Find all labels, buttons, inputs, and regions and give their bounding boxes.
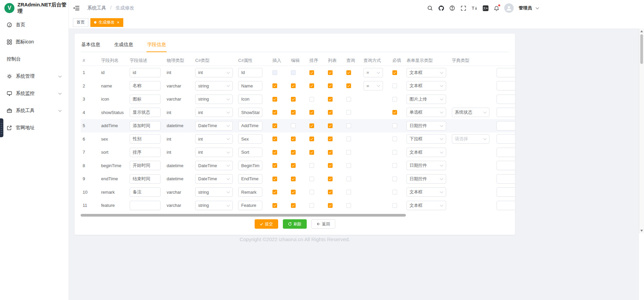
horizontal-scrollbar[interactable] [81,214,406,217]
checkbox-required[interactable] [392,70,397,75]
checkbox-edit[interactable] [291,177,296,181]
csprop-input[interactable] [238,108,262,117]
checkbox-query[interactable] [346,70,351,75]
sidebar-item-system-tools[interactable]: 系统工具 [0,102,69,119]
cstype-select[interactable]: DateTime [195,121,233,130]
display-type-select[interactable]: 文本框 [406,148,446,157]
checkbox-list[interactable] [328,137,333,141]
checkbox-sort[interactable] [309,177,314,181]
checkbox-insert[interactable] [272,97,277,102]
checkbox-query[interactable] [346,190,351,194]
checkbox-edit[interactable] [291,203,296,208]
checkbox-edit[interactable] [291,83,296,88]
refresh-button[interactable]: 刷新 [283,219,307,229]
checkbox-required[interactable] [392,177,397,181]
checkbox-insert[interactable] [272,150,277,155]
query-type-select[interactable]: = [363,68,383,77]
sidebar-fold-icon[interactable] [73,5,80,11]
sidebar-item-official-site[interactable]: 官网地址 [0,119,69,136]
cstype-select[interactable]: string [195,201,233,210]
breadcrumb-item[interactable]: 系统工具 [87,5,106,10]
extra-input[interactable] [497,174,515,184]
checkbox-required[interactable] [392,83,397,88]
checkbox-insert[interactable] [272,70,277,75]
desc-input[interactable] [130,201,161,210]
cstype-select[interactable]: string [195,95,233,104]
checkbox-sort[interactable] [309,70,314,75]
sidebar-item-system-monitor[interactable]: 系统监控 [0,85,69,102]
help-icon[interactable] [449,5,456,11]
checkbox-edit[interactable] [291,190,296,194]
query-type-select[interactable]: = [363,81,383,90]
checkbox-query[interactable] [346,150,351,155]
checkbox-edit[interactable] [291,150,296,155]
extra-input[interactable] [497,187,515,197]
checkbox-list[interactable] [328,150,333,155]
font-size-icon[interactable]: T [471,5,478,11]
desc-input[interactable] [130,174,161,184]
bell-icon[interactable] [493,5,500,11]
display-type-select[interactable]: 图片上传 [406,95,446,104]
checkbox-query[interactable] [346,97,351,102]
checkbox-insert[interactable] [272,190,277,194]
sidebar-item-console[interactable]: 控制台 [0,50,69,68]
cstype-select[interactable]: int [195,148,233,157]
checkbox-required[interactable] [392,123,397,128]
checkbox-required[interactable] [392,97,397,102]
checkbox-insert[interactable] [272,110,277,115]
checkbox-query[interactable] [346,203,351,208]
checkbox-insert[interactable] [272,163,277,168]
vertical-scrollbar[interactable] [639,29,644,233]
desc-input[interactable] [130,161,161,170]
scroll-down-arrow-icon[interactable] [640,230,643,232]
desc-input[interactable] [130,187,161,197]
extra-input[interactable] [497,68,515,77]
display-type-select[interactable]: 文本框 [406,187,446,197]
extra-input[interactable] [497,81,515,90]
display-type-select[interactable]: 文本框 [406,81,446,90]
desc-input[interactable] [130,134,161,144]
checkbox-list[interactable] [328,203,333,208]
checkbox-required[interactable] [392,190,397,194]
display-type-select[interactable]: 单选框 [406,108,446,117]
checkbox-insert[interactable] [272,203,277,208]
checkbox-required[interactable] [392,203,397,208]
display-type-select[interactable]: 日期控件 [406,121,446,130]
scrollbar-thumb[interactable] [640,34,643,64]
checkbox-insert[interactable] [272,137,277,141]
cstype-select[interactable]: DateTime [195,161,233,170]
chevron-down-icon[interactable] [536,6,539,9]
checkbox-edit[interactable] [291,163,296,168]
checkbox-edit[interactable] [291,137,296,141]
csprop-input[interactable] [238,68,262,77]
checkbox-required[interactable] [392,150,397,155]
extra-input[interactable] [497,134,515,144]
dict-type-select[interactable]: 系统状态 [452,108,489,117]
extra-input[interactable] [497,108,515,117]
checkbox-sort[interactable] [309,83,314,88]
desc-input[interactable] [130,108,161,117]
sidebar-item-home[interactable]: 首页 [0,16,69,33]
language-icon[interactable]: 文A [482,5,489,11]
csprop-input[interactable] [238,148,262,157]
desc-input[interactable] [130,95,161,104]
user-menu[interactable]: 管理员 [519,5,532,11]
display-type-select[interactable]: 文本框 [406,201,446,210]
checkbox-list[interactable] [328,163,333,168]
checkbox-edit[interactable] [291,97,296,102]
close-icon[interactable]: × [117,20,120,25]
checkbox-list[interactable] [328,110,333,115]
checkbox-list[interactable] [328,190,333,194]
csprop-input[interactable] [238,174,262,184]
tag-generate-edit[interactable]: 生成修改 × [90,18,123,27]
checkbox-sort[interactable] [309,190,314,194]
checkbox-list[interactable] [328,83,333,88]
dict-type-select[interactable]: 请选择 [452,134,489,144]
github-icon[interactable] [438,5,444,11]
cstype-select[interactable]: int [195,68,233,77]
display-type-select[interactable]: 文本框 [406,68,446,77]
extra-input[interactable] [497,95,515,104]
csprop-input[interactable] [238,81,262,90]
cstype-select[interactable]: string [195,81,233,90]
avatar[interactable] [504,3,514,13]
